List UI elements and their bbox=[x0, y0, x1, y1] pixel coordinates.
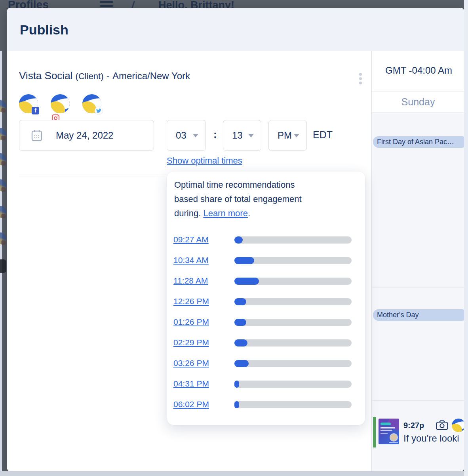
optimal-time-link[interactable]: 10:34 AM bbox=[173, 255, 209, 265]
optimal-time-row: 12:26 PM bbox=[167, 297, 365, 307]
twitter-icon bbox=[95, 107, 103, 114]
background-profile-avatar bbox=[0, 128, 6, 140]
post-time: 9:27p bbox=[403, 421, 424, 430]
profile-group-timezone: America/New York bbox=[112, 70, 190, 81]
engagement-bar-track bbox=[234, 360, 352, 367]
post-text-preview: If you're looki bbox=[403, 433, 464, 444]
profile-group-qualifier: (Client) bbox=[76, 71, 104, 81]
day-header: Sunday bbox=[372, 96, 464, 108]
meridiem-value: PM bbox=[278, 130, 292, 141]
timezone-abbreviation: EDT bbox=[313, 129, 333, 141]
post-profile-avatar bbox=[452, 419, 464, 432]
engagement-bar-fill bbox=[234, 278, 259, 285]
background-profile-avatar bbox=[0, 232, 6, 244]
calendar-preview-panel: GMT -04:00 Am Sunday First Day of Asian … bbox=[371, 51, 464, 471]
background-page-bottom bbox=[0, 471, 468, 476]
engagement-bar-fill bbox=[234, 319, 246, 326]
engagement-bar-track bbox=[234, 257, 352, 264]
popover-description: Optimal time recommendations based share… bbox=[174, 178, 357, 221]
meridiem-select[interactable]: PM bbox=[268, 120, 307, 151]
profile-group-title: Vista Social (Client) - America/New York bbox=[19, 70, 190, 82]
divider bbox=[19, 175, 167, 175]
engagement-bar-fill bbox=[234, 381, 239, 388]
camera-icon bbox=[436, 420, 448, 430]
background-profile-avatar bbox=[0, 153, 6, 165]
hamburger-menu-icon bbox=[100, 1, 113, 8]
engagement-bar-track bbox=[234, 401, 352, 408]
description-period: . bbox=[248, 208, 250, 218]
profile-chip-facebook[interactable]: f bbox=[19, 94, 38, 113]
scheduled-post-card[interactable]: 9:27p If you're looki bbox=[372, 417, 464, 449]
more-options-kebab-icon[interactable] bbox=[356, 73, 364, 86]
background-slash-divider bbox=[131, 1, 135, 8]
holiday-event-pill[interactable]: First Day of Asian Pac… bbox=[373, 136, 464, 148]
optimal-time-link[interactable]: 03:26 PM bbox=[173, 358, 209, 368]
calendar-cell-divider bbox=[372, 288, 464, 288]
description-line: Optimal time recommendations bbox=[174, 178, 357, 192]
holiday-event-pill[interactable]: Mother's Day bbox=[373, 309, 464, 321]
calendar-cell-divider bbox=[372, 400, 464, 401]
profile-group-name: Vista Social bbox=[19, 70, 72, 82]
engagement-bar-fill bbox=[234, 360, 249, 367]
optimal-time-row: 10:34 AM bbox=[167, 255, 365, 266]
optimal-time-row: 03:26 PM bbox=[167, 358, 365, 369]
engagement-bar-fill bbox=[234, 401, 239, 408]
chevron-down-icon bbox=[193, 134, 198, 137]
background-profile-avatar bbox=[0, 259, 6, 273]
optimal-time-link[interactable]: 11:28 AM bbox=[173, 276, 208, 286]
avatar bbox=[51, 94, 70, 113]
post-thumbnail-image bbox=[379, 419, 399, 444]
optimal-time-row: 01:26 PM bbox=[167, 317, 365, 327]
background-page-right-edge bbox=[464, 0, 468, 476]
facebook-icon: f bbox=[32, 107, 39, 114]
background-topbar: Profiles Hello, Brittany! bbox=[0, 0, 468, 8]
optimal-time-link[interactable]: 04:31 PM bbox=[173, 379, 209, 388]
composer-section: Vista Social (Client) - America/New York… bbox=[7, 51, 371, 471]
engagement-bar-fill bbox=[234, 236, 243, 244]
chevron-down-icon bbox=[294, 134, 299, 137]
optimal-time-link[interactable]: 12:26 PM bbox=[173, 297, 209, 306]
engagement-bar-fill bbox=[234, 298, 246, 305]
hour-select[interactable]: 03 bbox=[167, 120, 206, 151]
show-optimal-times-link[interactable]: Show optimal times bbox=[167, 156, 242, 166]
title-dash: - bbox=[107, 70, 110, 81]
optimal-time-link[interactable]: 01:26 PM bbox=[173, 317, 209, 327]
engagement-bar-track bbox=[234, 298, 352, 305]
background-greeting: Hello, Brittany! bbox=[158, 0, 234, 8]
engagement-bar-track bbox=[234, 236, 352, 244]
time-colon: : bbox=[213, 128, 217, 141]
minute-value: 13 bbox=[232, 130, 243, 141]
hour-value: 03 bbox=[176, 130, 186, 141]
learn-more-link[interactable]: Learn more bbox=[203, 208, 248, 218]
publish-modal-header: Publish bbox=[7, 8, 464, 51]
date-value: May 24, 2022 bbox=[56, 130, 113, 141]
profile-chip-instagram[interactable] bbox=[51, 94, 70, 113]
optimal-time-link[interactable]: 06:02 PM bbox=[173, 400, 209, 409]
minute-select[interactable]: 13 bbox=[223, 120, 261, 151]
optimal-times-popover: Optimal time recommendations based share… bbox=[167, 171, 365, 425]
modal-title: Publish bbox=[20, 22, 68, 38]
engagement-bar-fill bbox=[234, 339, 247, 347]
engagement-bar-track bbox=[234, 381, 352, 388]
background-profile-avatar bbox=[0, 206, 6, 218]
background-page-title: Profiles bbox=[8, 0, 49, 8]
timezone-header: GMT -04:00 Am bbox=[385, 65, 452, 76]
optimal-time-link[interactable]: 02:29 PM bbox=[173, 338, 209, 347]
date-picker-field[interactable]: May 24, 2022 bbox=[19, 120, 154, 151]
engagement-bar-fill bbox=[234, 257, 254, 264]
optimal-time-row: 09:27 AM bbox=[167, 235, 365, 245]
profile-chip-twitter[interactable] bbox=[82, 94, 101, 113]
optimal-time-row: 02:29 PM bbox=[167, 338, 365, 348]
calendar-icon bbox=[31, 129, 42, 141]
description-line: during. bbox=[174, 208, 201, 218]
optimal-time-link[interactable]: 09:27 AM bbox=[173, 235, 209, 244]
engagement-bar-track bbox=[234, 339, 352, 347]
optimal-time-row: 06:02 PM bbox=[167, 400, 365, 410]
background-profile-avatar bbox=[0, 179, 6, 191]
day-header-cell: Sunday bbox=[372, 91, 464, 113]
chevron-down-icon bbox=[248, 134, 254, 137]
engagement-bar-track bbox=[234, 319, 352, 326]
publish-modal: Publish Vista Social (Client) - America/… bbox=[7, 8, 464, 471]
description-line: based share of total engagement bbox=[174, 192, 357, 206]
optimal-time-row: 11:28 AM bbox=[167, 276, 365, 286]
